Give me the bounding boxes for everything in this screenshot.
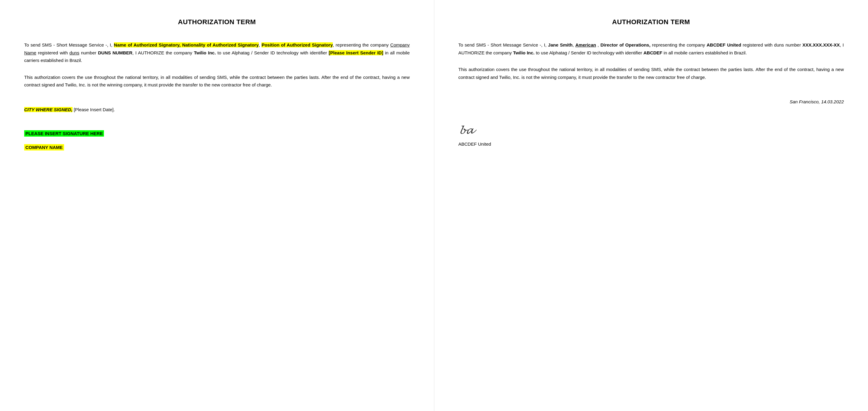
left-highlight-position: Position of Authorized Signatory (261, 42, 333, 48)
right-signature-section: 𝓫𝓪 ABCDEF United (459, 122, 844, 147)
left-paragraph-2: This authorization covers the use throug… (24, 73, 410, 89)
right-position: Director of Operations, (600, 42, 650, 48)
right-name: Jane Smith (548, 42, 572, 48)
right-paragraph-1: To send SMS - Short Message Service -, I… (459, 41, 844, 57)
left-city-line: CITY WHERE SIGNED, [Please Insert Date]. (24, 107, 410, 112)
left-paragraph-1: To send SMS - Short Message Service -, I… (24, 41, 410, 64)
left-signature-placeholder: PLEASE INSERT SIGNATURE HERE (24, 130, 104, 136)
right-nationality: American (576, 42, 596, 48)
left-column: AUTHORIZATION TERM To send SMS - Short M… (0, 0, 434, 411)
left-signature-section: PLEASE INSERT SIGNATURE HERE COMPANY NAM… (24, 130, 410, 151)
left-signature-placeholder-line: PLEASE INSERT SIGNATURE HERE (24, 130, 410, 136)
right-title: AUTHORIZATION TERM (459, 18, 844, 26)
left-city-highlighted: CITY WHERE SIGNED, (24, 107, 72, 112)
left-twilio: Twilio Inc. (194, 50, 216, 55)
page-container: AUTHORIZATION TERM To send SMS - Short M… (0, 0, 868, 411)
right-city-date: San Francisco, 14.03.2022 (459, 99, 844, 104)
left-date-placeholder: [Please Insert Date]. (72, 107, 115, 112)
right-signature-image: 𝓫𝓪 (459, 122, 844, 137)
right-company: ABCDEF United (707, 42, 741, 48)
left-company-name-line: COMPANY NAME (24, 142, 410, 151)
right-duns: XXX.XXX.XXX-XX (802, 42, 840, 48)
left-highlight-signatory-name: Name of Authorized Signatory, Nationalit… (114, 42, 259, 48)
right-twilio: Twilio Inc. (513, 50, 534, 55)
right-sender-id: ABCDEF (644, 50, 662, 55)
right-paragraph-2: This authorization covers the use throug… (459, 66, 844, 81)
left-title: AUTHORIZATION TERM (24, 18, 410, 26)
left-duns-number: DUNS NUMBER (98, 50, 132, 55)
left-sender-id: [Please Insert Sender ID] (329, 50, 383, 55)
right-company-name: ABCDEF United (459, 141, 844, 147)
left-duns-label: duns (69, 50, 80, 55)
right-column: AUTHORIZATION TERM To send SMS - Short M… (434, 0, 868, 411)
left-company-name-placeholder: COMPANY NAME (24, 144, 64, 151)
